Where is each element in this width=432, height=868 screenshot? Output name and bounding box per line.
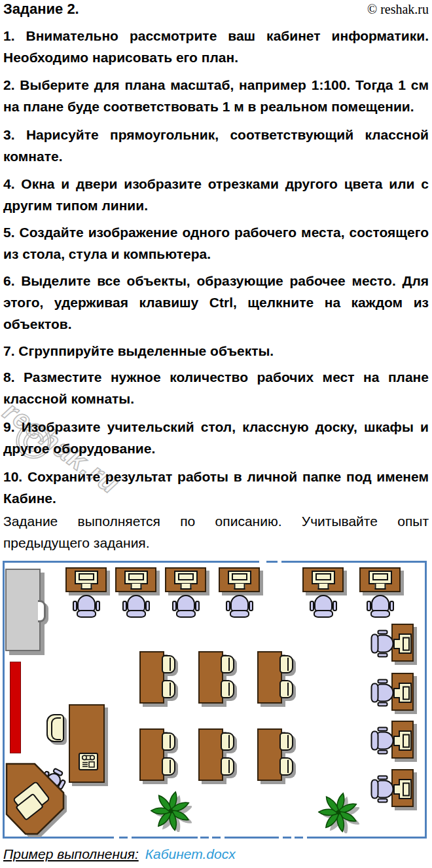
- copyright-note: © reshak.ru: [367, 0, 429, 18]
- chair-armrest: [378, 630, 388, 635]
- work-table-group: [198, 728, 238, 781]
- monitor-stand: [393, 688, 400, 698]
- chair-armrest: [226, 601, 230, 611]
- chair-icon: [162, 757, 175, 776]
- work-table-group: [139, 728, 179, 781]
- chair-armrest: [145, 601, 150, 611]
- plant-icon: [317, 791, 359, 833]
- chair-icon: [221, 757, 234, 776]
- chair-icon: [221, 655, 234, 673]
- task-item: 7. Сгруппируйте выделенные объекты.: [3, 340, 429, 362]
- table-icon: [198, 728, 223, 781]
- office-chair-icon: [370, 726, 395, 755]
- chair-icon: [162, 680, 175, 698]
- table-icon: [139, 728, 164, 781]
- chair-armrest: [73, 601, 77, 611]
- office-chair-icon: [370, 630, 395, 658]
- computer-monitor-icon: [399, 633, 412, 654]
- wall-right: [425, 561, 427, 839]
- chair-armrest: [122, 601, 127, 611]
- desk-icon: [391, 673, 414, 711]
- computer-monitor-icon: [399, 779, 412, 799]
- task-item: 9. Изобразите учительский стол, классную…: [3, 416, 429, 459]
- chair-armrest: [333, 601, 337, 611]
- monitor-screen: [372, 573, 388, 580]
- monitor-screen: [79, 573, 94, 580]
- task-item: 10. Сохраните результат работы в личной …: [3, 466, 429, 509]
- computer-monitor-icon: [399, 730, 412, 751]
- chair-seat: [377, 732, 394, 750]
- task-item: 5. Создайте изображение одного рабочего …: [3, 221, 429, 265]
- task-item: 6. Выделите все объекты, образующие рабо…: [3, 270, 429, 335]
- monitor-stand: [374, 584, 386, 590]
- monitor-stand: [393, 784, 400, 795]
- wall-top-segment: [3, 561, 259, 563]
- note-paragraph: Задание выполняется по описанию. Учитыва…: [3, 510, 429, 554]
- chair-seat: [377, 635, 394, 653]
- chair-seat: [377, 780, 394, 799]
- monitor-screen: [315, 573, 331, 580]
- cabinet-icon: [5, 569, 41, 651]
- chair-back: [230, 610, 249, 618]
- task-item: 8. Разместите нужное количество рабочих …: [3, 366, 429, 409]
- chair-armrest: [378, 776, 388, 780]
- table-icon: [257, 728, 282, 781]
- example-file-link[interactable]: Кабинет.docx: [145, 846, 236, 861]
- monitor-screen: [403, 686, 410, 700]
- computer-monitor-icon: [369, 571, 392, 584]
- cabinet-handle-icon: [38, 600, 46, 622]
- desk-icon: [391, 624, 414, 662]
- chair-armrest: [172, 601, 177, 611]
- monitor-screen: [403, 782, 410, 796]
- wall-bottom-segment: [212, 837, 221, 839]
- task-item: 1. Внимательно рассмотрите ваш кабинет и…: [3, 25, 429, 68]
- chair-armrest: [378, 653, 388, 658]
- office-chair-icon: [122, 594, 151, 618]
- chair-back: [371, 634, 379, 654]
- chair-icon: [279, 655, 293, 673]
- example-row: Пример выполнения:Кабинет.docx: [3, 846, 236, 862]
- office-chair-icon: [366, 594, 395, 618]
- work-table-group: [198, 651, 238, 704]
- work-table-group: [257, 728, 297, 781]
- monitor-stand: [317, 584, 329, 590]
- office-chair-icon: [370, 679, 395, 708]
- desk-icon: [219, 567, 260, 592]
- chair-back: [370, 610, 390, 618]
- wall-bottom-segment: [283, 837, 291, 839]
- monitor-screen: [232, 573, 247, 580]
- monitor-screen: [178, 573, 194, 580]
- student-workstation: [370, 769, 418, 807]
- chair-icon: [279, 680, 293, 698]
- student-workstation: [165, 567, 206, 620]
- computer-monitor-icon: [228, 571, 251, 584]
- chair-armrest: [367, 601, 371, 611]
- chair-armrest: [378, 702, 388, 707]
- work-table-group: [139, 651, 179, 704]
- office-chair-icon: [370, 775, 395, 804]
- student-workstation: [115, 567, 156, 620]
- chair-armrest: [378, 679, 388, 684]
- chair-back: [126, 610, 146, 618]
- wall-bottom-segment: [307, 837, 427, 839]
- student-workstation: [219, 567, 260, 620]
- student-workstation: [370, 624, 418, 662]
- monitor-stand: [130, 584, 141, 590]
- monitor-stand: [393, 639, 400, 649]
- table-icon: [139, 651, 164, 704]
- chair-back: [176, 610, 196, 618]
- classroom-floor-plan: [0, 561, 432, 840]
- desk-icon: [391, 769, 414, 807]
- desk-icon: [302, 567, 344, 592]
- office-chair-icon: [225, 594, 254, 618]
- computer-monitor-icon: [312, 571, 335, 584]
- chair-icon: [279, 732, 293, 751]
- wall-bottom-segment: [295, 837, 303, 839]
- task-item: 4. Окна и двери изобразите отрезками дру…: [3, 173, 429, 216]
- chair-icon: [221, 680, 234, 698]
- chair-icon: [221, 732, 234, 751]
- chair-icon: [162, 655, 175, 673]
- monitor-screen: [403, 734, 410, 747]
- table-icon: [257, 651, 282, 704]
- work-table-group: [257, 651, 297, 704]
